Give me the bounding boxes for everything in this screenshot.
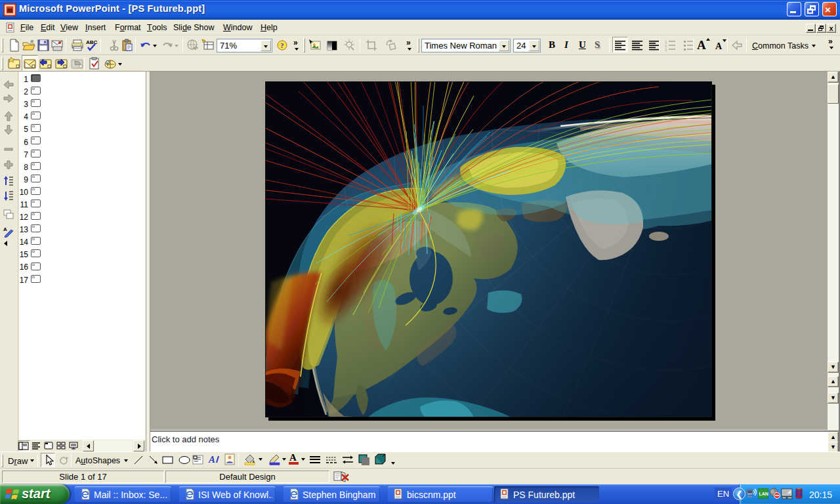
svg-text:LAN: LAN xyxy=(759,492,768,496)
svg-text:A: A xyxy=(208,454,215,465)
svg-text:ABC: ABC xyxy=(86,39,98,45)
svg-text:A: A xyxy=(3,226,7,232)
svg-text:?: ? xyxy=(280,41,284,49)
svg-text:3: 3 xyxy=(665,48,667,52)
